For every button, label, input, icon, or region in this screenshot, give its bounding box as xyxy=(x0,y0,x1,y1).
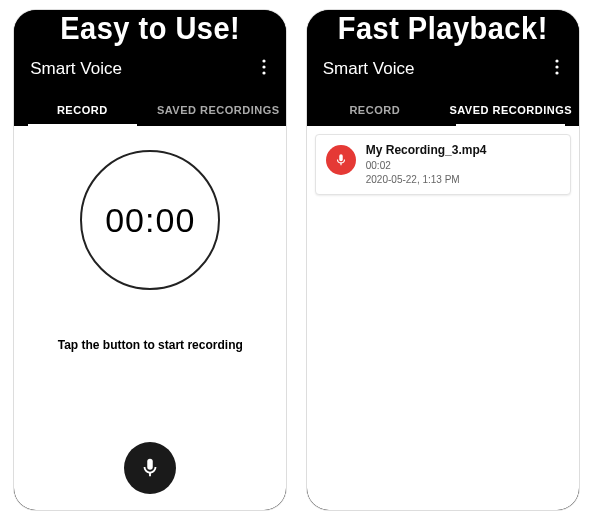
svg-point-5 xyxy=(555,71,558,74)
tab-saved-recordings[interactable]: SAVED RECORDINGS xyxy=(150,92,286,126)
app-bar: Smart Voice xyxy=(307,45,579,92)
tab-record[interactable]: RECORD xyxy=(307,92,443,126)
svg-point-1 xyxy=(263,65,266,68)
tab-saved-recordings[interactable]: SAVED RECORDINGS xyxy=(443,92,579,126)
saved-recordings-panel: My Recording_3.mp4 00:02 2020-05-22, 1:1… xyxy=(307,126,579,510)
tab-bar: RECORD SAVED RECORDINGS xyxy=(14,92,286,126)
more-vert-icon xyxy=(555,59,559,75)
phone-frame-saved: Fast Playback! Smart Voice RECORD SAVED … xyxy=(307,10,579,510)
promo-headline-right: Fast Playback! xyxy=(307,10,579,47)
more-vert-icon xyxy=(262,59,266,75)
app-title: Smart Voice xyxy=(323,59,415,79)
svg-point-4 xyxy=(555,65,558,68)
record-hint: Tap the button to start recording xyxy=(58,338,243,352)
promo-headline-left: Easy to Use! xyxy=(14,10,286,47)
record-panel: 00:00 Tap the button to start recording xyxy=(14,126,286,510)
tab-record[interactable]: RECORD xyxy=(14,92,150,126)
recording-item-icon-wrap xyxy=(326,145,356,175)
svg-point-0 xyxy=(263,59,266,62)
recording-item-body: My Recording_3.mp4 00:02 2020-05-22, 1:1… xyxy=(366,143,560,186)
recording-timestamp: 2020-05-22, 1:13 PM xyxy=(366,173,560,187)
svg-point-3 xyxy=(555,59,558,62)
record-timer-circle: 00:00 xyxy=(80,150,220,290)
tab-bar: RECORD SAVED RECORDINGS xyxy=(307,92,579,126)
app-bar: Smart Voice xyxy=(14,45,286,92)
microphone-icon xyxy=(139,457,161,479)
app-title: Smart Voice xyxy=(30,59,122,79)
more-menu-button[interactable] xyxy=(551,55,563,82)
microphone-icon xyxy=(334,153,348,167)
recording-list-item[interactable]: My Recording_3.mp4 00:02 2020-05-22, 1:1… xyxy=(315,134,571,195)
record-timer: 00:00 xyxy=(105,201,195,240)
more-menu-button[interactable] xyxy=(258,55,270,82)
record-button[interactable] xyxy=(124,442,176,494)
svg-point-2 xyxy=(263,71,266,74)
recording-duration: 00:02 xyxy=(366,159,560,173)
phone-frame-record: Easy to Use! Smart Voice RECORD SAVED RE… xyxy=(14,10,286,510)
recording-title: My Recording_3.mp4 xyxy=(366,143,560,157)
